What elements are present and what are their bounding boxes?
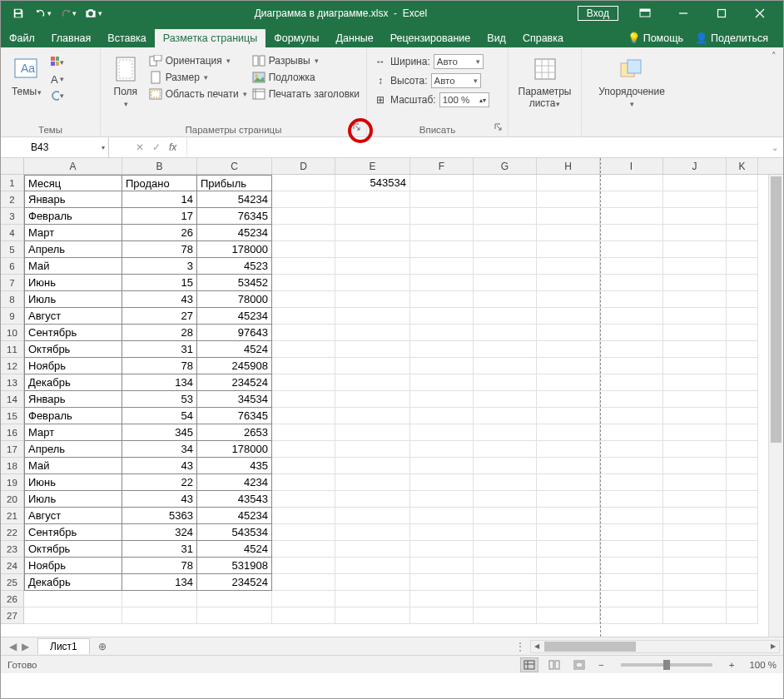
- cell[interactable]: 345: [122, 424, 197, 441]
- cell[interactable]: 43: [122, 291, 197, 308]
- cell[interactable]: 178000: [197, 441, 272, 458]
- cell[interactable]: 134: [122, 574, 197, 591]
- cell[interactable]: [727, 175, 758, 191]
- row-header[interactable]: 14: [1, 391, 24, 408]
- cell[interactable]: [600, 474, 663, 491]
- cell[interactable]: 76345: [197, 208, 272, 225]
- cell[interactable]: [600, 374, 663, 391]
- cell[interactable]: [272, 558, 335, 574]
- column-header[interactable]: G: [474, 158, 537, 174]
- cell[interactable]: 543534: [197, 524, 272, 541]
- cell[interactable]: [474, 275, 537, 291]
- arrange-button[interactable]: Упорядочение▾: [594, 51, 669, 123]
- cell[interactable]: 435: [197, 458, 272, 474]
- cell[interactable]: [410, 291, 474, 308]
- view-page-break-icon[interactable]: [570, 657, 588, 672]
- tab-page-layout[interactable]: Разметка страницы: [155, 29, 265, 47]
- scale-control[interactable]: ⊞Масштаб: 100 %▴▾: [374, 92, 489, 107]
- tab-home[interactable]: Главная: [43, 29, 100, 47]
- breaks-button[interactable]: Разрывы▾: [252, 54, 360, 67]
- zoom-slider[interactable]: [621, 663, 712, 667]
- cell[interactable]: [272, 175, 335, 191]
- cell[interactable]: [335, 458, 410, 474]
- column-header[interactable]: F: [410, 158, 474, 174]
- cell[interactable]: [410, 607, 474, 624]
- cell[interactable]: [727, 574, 758, 591]
- cell[interactable]: [663, 341, 727, 358]
- cell[interactable]: 28: [122, 325, 197, 341]
- cell[interactable]: [537, 374, 600, 391]
- cell[interactable]: [24, 607, 122, 624]
- cell[interactable]: [727, 591, 758, 607]
- cell[interactable]: [663, 175, 727, 191]
- zoom-level[interactable]: 100 %: [749, 660, 777, 670]
- cell[interactable]: [537, 524, 600, 541]
- fx-icon[interactable]: fx: [169, 141, 176, 153]
- cell[interactable]: [410, 208, 474, 225]
- cell[interactable]: Май: [24, 258, 122, 275]
- cell[interactable]: [410, 374, 474, 391]
- cell[interactable]: Август: [24, 508, 122, 524]
- cell[interactable]: 234524: [197, 574, 272, 591]
- cell[interactable]: [335, 524, 410, 541]
- cell[interactable]: 54234: [197, 191, 272, 208]
- tab-review[interactable]: Рецензирование: [382, 29, 479, 47]
- cell[interactable]: [537, 558, 600, 574]
- cell[interactable]: [272, 607, 335, 624]
- tab-file[interactable]: Файл: [1, 29, 43, 47]
- width-control[interactable]: ↔Ширина: Авто▾: [374, 54, 489, 69]
- cell[interactable]: [537, 491, 600, 508]
- cell[interactable]: [600, 408, 663, 424]
- cell[interactable]: [537, 391, 600, 408]
- cell[interactable]: [474, 241, 537, 258]
- cell[interactable]: [600, 441, 663, 458]
- cell[interactable]: [335, 408, 410, 424]
- cell[interactable]: 531908: [197, 558, 272, 574]
- cell[interactable]: [335, 325, 410, 341]
- cell[interactable]: [474, 541, 537, 558]
- row-header[interactable]: 3: [1, 208, 24, 225]
- expand-formula-bar-icon[interactable]: ⌄: [767, 143, 783, 152]
- cell[interactable]: Декабрь: [24, 374, 122, 391]
- cell[interactable]: [335, 275, 410, 291]
- sheet-nav-prev-icon[interactable]: ◀: [9, 641, 17, 652]
- cell[interactable]: [122, 591, 197, 607]
- cell[interactable]: [727, 441, 758, 458]
- cell[interactable]: [727, 607, 758, 624]
- view-page-layout-icon[interactable]: [545, 657, 563, 672]
- cell[interactable]: [663, 391, 727, 408]
- cell[interactable]: 134: [122, 374, 197, 391]
- cell[interactable]: [272, 241, 335, 258]
- cell[interactable]: [663, 474, 727, 491]
- cell[interactable]: [600, 241, 663, 258]
- row-header[interactable]: 27: [1, 607, 24, 624]
- cell[interactable]: [410, 241, 474, 258]
- cell[interactable]: [663, 541, 727, 558]
- enter-formula-icon[interactable]: ✓: [152, 141, 161, 153]
- row-header[interactable]: 6: [1, 258, 24, 275]
- cell[interactable]: [727, 225, 758, 241]
- cell[interactable]: 234524: [197, 374, 272, 391]
- cell[interactable]: 324: [122, 524, 197, 541]
- row-header[interactable]: 22: [1, 524, 24, 541]
- height-control[interactable]: ↕Высота: Авто▾: [374, 73, 489, 88]
- cell[interactable]: [600, 574, 663, 591]
- cell[interactable]: [537, 291, 600, 308]
- cell[interactable]: Март: [24, 424, 122, 441]
- tab-data[interactable]: Данные: [328, 29, 382, 47]
- cell[interactable]: [335, 208, 410, 225]
- cell[interactable]: [272, 424, 335, 441]
- share-button[interactable]: 👤Поделиться: [695, 32, 768, 44]
- cell[interactable]: [727, 391, 758, 408]
- cell[interactable]: Апрель: [24, 241, 122, 258]
- row-header[interactable]: 24: [1, 558, 24, 574]
- cell[interactable]: [474, 591, 537, 607]
- cell[interactable]: [197, 591, 272, 607]
- cell[interactable]: [272, 275, 335, 291]
- cell[interactable]: [727, 474, 758, 491]
- cell[interactable]: 43543: [197, 491, 272, 508]
- cell[interactable]: Декабрь: [24, 574, 122, 591]
- cell[interactable]: [272, 441, 335, 458]
- new-sheet-button[interactable]: ⊕: [93, 639, 112, 654]
- row-header[interactable]: 8: [1, 291, 24, 308]
